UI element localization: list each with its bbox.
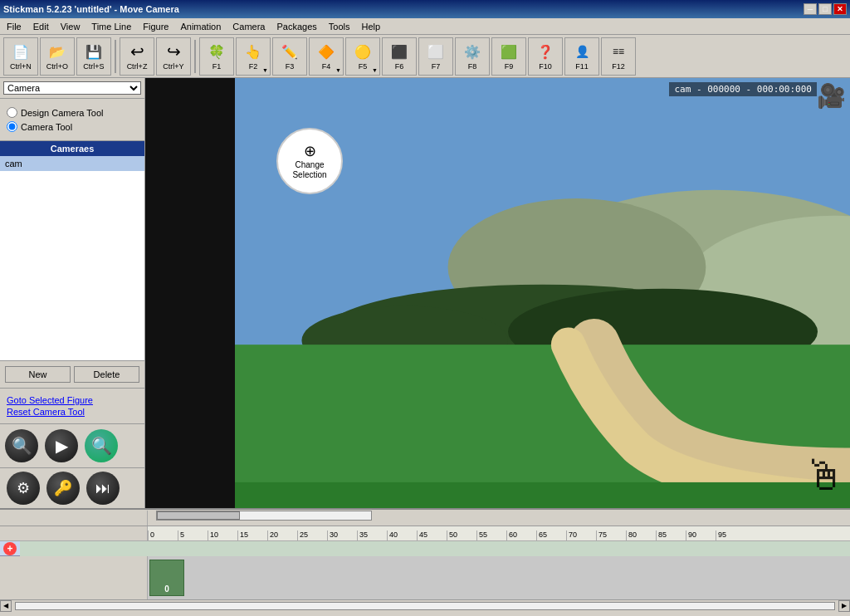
mouse-camera-icon: 🖱 xyxy=(804,452,846,500)
toolbar-f10-btn[interactable]: ❓ F10 xyxy=(528,37,563,76)
toolbar-f9-btn[interactable]: 🟩 F9 xyxy=(491,37,526,76)
delete-camera-btn[interactable]: Delete xyxy=(74,366,139,383)
toolbar-undo-btn[interactable]: ↩ Ctrl+Z xyxy=(120,37,154,76)
toolbar-f5-btn[interactable]: 🟡 F5 ▼ xyxy=(345,37,380,76)
toolbar-f8-btn[interactable]: ⚙️ F8 xyxy=(455,37,490,76)
redo-icon: ↪ xyxy=(164,42,183,61)
scroll-right-btn[interactable]: ▶ xyxy=(838,600,850,612)
toolbar-f4-btn[interactable]: 🔶 F4 ▼ xyxy=(309,37,344,76)
timeline-playhead-row: + xyxy=(0,541,850,556)
f7-icon: ⬜ xyxy=(426,42,446,61)
ruler-mark-50: 50 xyxy=(447,530,476,540)
menu-tools[interactable]: Tools xyxy=(324,20,355,33)
f11-icon: 👤 xyxy=(572,42,592,61)
f4-icon: 🔶 xyxy=(316,42,336,61)
maximize-btn[interactable]: □ xyxy=(818,3,832,15)
close-btn[interactable]: ✕ xyxy=(833,3,847,15)
ruler-mark-80: 80 xyxy=(626,530,656,540)
left-panel: Camera Background Foreground Design Came… xyxy=(0,78,145,508)
ruler-mark-40: 40 xyxy=(387,530,417,540)
toolbar-open-btn[interactable]: 📂 Ctrl+O xyxy=(40,37,75,76)
f5-icon: 🟡 xyxy=(353,42,373,61)
camera-tool-label: Camera Tool xyxy=(21,122,72,132)
play-btn[interactable]: ▶ xyxy=(45,429,78,462)
tool-options: Design Camera Tool Camera Tool xyxy=(0,99,144,141)
ruler-mark-85: 85 xyxy=(656,530,686,540)
menu-timeline[interactable]: Time Line xyxy=(86,20,136,33)
cameras-header: Cameraes xyxy=(0,141,144,156)
f1-icon: 🍀 xyxy=(207,42,227,61)
menu-camera[interactable]: Camera xyxy=(227,20,270,33)
camera-buttons: New Delete xyxy=(0,360,144,388)
toolbar-new-btn[interactable]: 📄 Ctrl+N xyxy=(3,37,38,76)
track-area: 0 xyxy=(0,556,850,599)
toolbar-f12-btn[interactable]: ≡≡ F12 xyxy=(601,37,636,76)
f3-icon: ✏️ xyxy=(280,42,300,61)
window-title: Stickman 5.2.23 'untitled' - Move Camera xyxy=(3,4,179,14)
menu-view[interactable]: View xyxy=(56,20,85,33)
ruler-mark-0: 0 xyxy=(148,530,178,540)
menu-figure[interactable]: Figure xyxy=(138,20,173,33)
left-side-strip xyxy=(145,78,235,508)
magnify-btn[interactable]: 🔍 xyxy=(5,429,38,462)
track-content: 0 xyxy=(148,556,850,599)
ruler-mark-90: 90 xyxy=(686,530,716,540)
menu-help[interactable]: Help xyxy=(356,20,385,33)
ruler-mark-5: 5 xyxy=(178,530,208,540)
ruler-mark-25: 25 xyxy=(297,530,327,540)
reset-camera-tool-link[interactable]: Reset Camera Tool xyxy=(7,407,138,417)
viewport[interactable]: cam - 000000 - 000:00:000 🎥 ⊕ ChangeSele… xyxy=(235,78,850,508)
toolbar-save-btn[interactable]: 💾 Ctrl+S xyxy=(76,37,111,76)
timeline-scroll-track[interactable] xyxy=(156,511,372,521)
h-scroll-track[interactable] xyxy=(15,602,835,610)
main-layout: Camera Background Foreground Design Came… xyxy=(0,78,850,508)
menu-animation[interactable]: Animation xyxy=(175,20,226,33)
toolbar-f2-btn[interactable]: 👆 F2 ▼ xyxy=(236,37,271,76)
f8-icon: ⚙️ xyxy=(462,42,482,61)
ruler-mark-55: 55 xyxy=(476,530,506,540)
forward-btn[interactable]: ⏭ xyxy=(86,472,120,505)
ruler-mark-70: 70 xyxy=(566,530,596,540)
change-selection-popup[interactable]: ⊕ ChangeSelection xyxy=(276,128,343,194)
design-camera-radio[interactable] xyxy=(7,107,17,118)
green-magnify-btn[interactable]: 🔍 xyxy=(85,429,118,462)
ruler-mark-10: 10 xyxy=(208,530,237,540)
bottom-scrollbar: ◀ ▶ xyxy=(0,599,850,611)
goto-selected-figure-link[interactable]: Goto Selected Figure xyxy=(7,395,138,405)
minimize-btn[interactable]: ─ xyxy=(804,3,817,15)
layer-selector: Camera Background Foreground xyxy=(0,78,144,99)
layer-dropdown[interactable]: Camera Background Foreground xyxy=(3,81,141,95)
settings-btn[interactable]: ⚙ xyxy=(7,472,40,505)
toolbar: 📄 Ctrl+N 📂 Ctrl+O 💾 Ctrl+S ↩ Ctrl+Z ↪ Ct… xyxy=(0,35,850,78)
ruler-mark-95: 95 xyxy=(716,530,745,540)
camera-item-cam[interactable]: cam xyxy=(0,156,144,171)
camera-icon: 🎥 xyxy=(817,82,846,110)
scroll-left-btn[interactable]: ◀ xyxy=(0,600,12,612)
timeline-scroll-thumb[interactable] xyxy=(157,511,240,520)
key-btn[interactable]: 🔑 xyxy=(46,472,80,505)
ruler-mark-30: 30 xyxy=(327,530,357,540)
camera-tool-radio[interactable] xyxy=(7,121,17,132)
ruler-mark-60: 60 xyxy=(506,530,536,540)
design-camera-label: Design Camera Tool xyxy=(21,108,103,118)
ruler-mark-45: 45 xyxy=(417,530,447,540)
track-keyframe-0[interactable]: 0 xyxy=(149,560,184,596)
menu-edit[interactable]: Edit xyxy=(28,20,54,33)
change-selection-text: ChangeSelection xyxy=(292,160,326,180)
f9-icon: 🟩 xyxy=(499,42,519,61)
ruler-mark-65: 65 xyxy=(536,530,566,540)
toolbar-f7-btn[interactable]: ⬜ F7 xyxy=(418,37,453,76)
camera-tool-option[interactable]: Camera Tool xyxy=(7,121,138,132)
toolbar-f6-btn[interactable]: ⬛ F6 xyxy=(382,37,417,76)
toolbar-redo-btn[interactable]: ↪ Ctrl+Y xyxy=(156,37,191,76)
toolbar-f3-btn[interactable]: ✏️ F3 xyxy=(272,37,307,76)
toolbar-f1-btn[interactable]: 🍀 F1 xyxy=(199,37,234,76)
add-track-btn[interactable]: + xyxy=(3,542,17,555)
menu-file[interactable]: File xyxy=(2,20,27,33)
menu-packages[interactable]: Packages xyxy=(271,20,321,33)
open-icon: 📂 xyxy=(47,42,67,61)
design-camera-option[interactable]: Design Camera Tool xyxy=(7,107,138,118)
new-camera-btn[interactable]: New xyxy=(5,366,71,383)
svg-rect-8 xyxy=(235,482,850,508)
toolbar-f11-btn[interactable]: 👤 F11 xyxy=(564,37,599,76)
